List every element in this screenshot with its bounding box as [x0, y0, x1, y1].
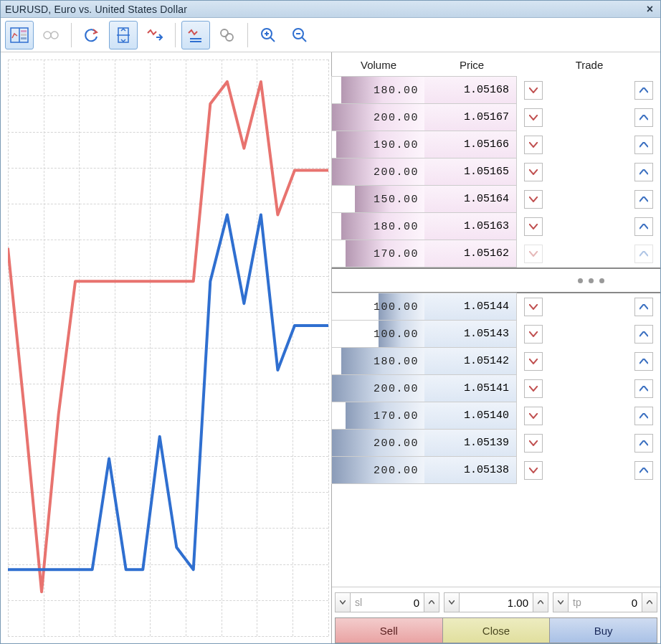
volume-cell: 170.00: [331, 240, 424, 267]
price-cell[interactable]: 1.05142: [424, 347, 517, 375]
sl-input[interactable]: sl 0: [351, 592, 424, 612]
trade-up-arrow[interactable]: [634, 325, 653, 344]
toolbar-center-icon[interactable]: [109, 21, 138, 49]
volume-value: 100.00: [374, 328, 419, 340]
trade-up-arrow[interactable]: [634, 163, 653, 181]
trade-down-arrow[interactable]: [524, 352, 543, 371]
chart-line-bid: [8, 214, 328, 569]
volume-value: 200.00: [374, 464, 419, 476]
sl-value: 0: [414, 597, 419, 609]
close-button[interactable]: Close: [442, 617, 551, 643]
trade-down-arrow[interactable]: [524, 81, 543, 100]
trade-up-arrow[interactable]: [634, 461, 653, 480]
price-cell[interactable]: 1.05143: [424, 320, 517, 348]
zoom-out-icon: [291, 27, 308, 44]
svg-point-6: [51, 32, 58, 39]
toolbar-tick-chart-icon[interactable]: [141, 21, 169, 49]
trade-up-arrow[interactable]: [634, 108, 653, 127]
sl-spinner[interactable]: sl 0: [335, 592, 439, 612]
depth-of-market: Volume Price Trade 180.00 1.05168 200.00…: [332, 52, 660, 643]
toolbar-refresh-icon[interactable]: [77, 21, 106, 49]
svg-line-15: [270, 37, 275, 42]
titlebar: EURUSD, Euro vs. United States Dollar ×: [1, 1, 660, 18]
lots-decrement[interactable]: [444, 592, 460, 612]
price-cell[interactable]: 1.05168: [424, 76, 517, 104]
trade-cell: [517, 158, 660, 186]
price-cell[interactable]: 1.05165: [424, 158, 517, 186]
price-cell[interactable]: 1.05144: [424, 293, 517, 321]
volume-value: 200.00: [374, 382, 419, 394]
trade-down-arrow[interactable]: [524, 108, 543, 127]
trade-cell: [517, 321, 660, 348]
lots-input[interactable]: 1.00: [460, 592, 533, 612]
trade-up-arrow[interactable]: [634, 217, 653, 236]
tp-input[interactable]: tp 0: [569, 592, 642, 612]
price-cell[interactable]: 1.05140: [424, 402, 517, 430]
trade-cell: [517, 240, 660, 267]
toolbar-separator: [71, 23, 72, 47]
trade-down-arrow: [524, 245, 543, 263]
volume-value: 170.00: [374, 247, 419, 260]
tick-chart-icon: [146, 27, 163, 43]
volume-value: 180.00: [374, 84, 419, 96]
price-cell[interactable]: 1.05164: [424, 185, 517, 213]
trade-cell: [517, 457, 660, 484]
trade-down-arrow[interactable]: [524, 379, 543, 398]
sell-button[interactable]: Sell: [335, 617, 443, 643]
trade-up-arrow[interactable]: [634, 190, 653, 209]
price-cell[interactable]: 1.05163: [424, 212, 517, 240]
sl-placeholder: sl: [355, 597, 362, 608]
header-trade: Trade: [518, 59, 660, 71]
toolbar-volume-icon[interactable]: [213, 21, 242, 49]
dom-header: Volume Price Trade: [332, 52, 660, 77]
dom-row-ask: 200.00 1.05165: [332, 158, 660, 186]
price-cell[interactable]: 1.05141: [424, 374, 517, 402]
trade-down-arrow[interactable]: [524, 298, 543, 316]
tp-spinner[interactable]: tp 0: [553, 592, 657, 612]
price-cell[interactable]: 1.05166: [424, 131, 517, 158]
toolbar-dom-toggle[interactable]: [5, 21, 34, 49]
trade-down-arrow[interactable]: [524, 217, 543, 236]
trade-cell: [517, 348, 660, 375]
lots-increment[interactable]: [533, 592, 548, 612]
trade-cell: [517, 375, 660, 402]
svg-line-19: [302, 37, 306, 42]
buy-button[interactable]: Buy: [549, 617, 657, 643]
dom-spread-gap[interactable]: [332, 267, 660, 293]
toolbar-zoom-in[interactable]: [254, 21, 282, 49]
toolbar-zoom-out[interactable]: [285, 21, 314, 49]
trade-up-arrow[interactable]: [634, 407, 653, 425]
toolbar-time-sales-icon[interactable]: [181, 21, 210, 49]
price-cell[interactable]: 1.05162: [424, 240, 517, 267]
trade-down-arrow[interactable]: [524, 190, 543, 209]
trade-up-arrow[interactable]: [634, 298, 653, 316]
svg-point-13: [226, 34, 233, 41]
header-volume: Volume: [332, 59, 425, 71]
price-cell[interactable]: 1.05167: [424, 103, 517, 131]
tp-increment[interactable]: [642, 592, 657, 612]
svg-rect-3: [21, 34, 27, 36]
dom-row-ask: 180.00 1.05163: [332, 213, 660, 240]
trade-down-arrow[interactable]: [524, 461, 543, 480]
trade-down-arrow[interactable]: [524, 407, 543, 425]
toolbar-separator: [247, 23, 248, 47]
trade-down-arrow[interactable]: [524, 325, 543, 344]
trade-down-arrow[interactable]: [524, 136, 543, 154]
lots-spinner[interactable]: 1.00: [444, 592, 548, 612]
trade-down-arrow[interactable]: [524, 163, 543, 181]
sl-decrement[interactable]: [335, 592, 351, 612]
tp-decrement[interactable]: [553, 592, 569, 612]
trade-down-arrow[interactable]: [524, 434, 543, 453]
trade-up-arrow[interactable]: [634, 434, 653, 453]
trade-up-arrow[interactable]: [634, 136, 653, 154]
trade-up-arrow[interactable]: [634, 81, 653, 100]
dom-row-ask: 180.00 1.05168: [332, 77, 660, 104]
price-cell[interactable]: 1.05139: [424, 429, 517, 457]
trade-up-arrow[interactable]: [634, 352, 653, 371]
sl-increment[interactable]: [424, 592, 439, 612]
trade-cell: [517, 402, 660, 430]
volume-value: 200.00: [374, 437, 419, 449]
price-cell[interactable]: 1.05138: [424, 456, 517, 484]
close-icon[interactable]: ×: [644, 3, 656, 16]
trade-up-arrow[interactable]: [634, 379, 653, 398]
